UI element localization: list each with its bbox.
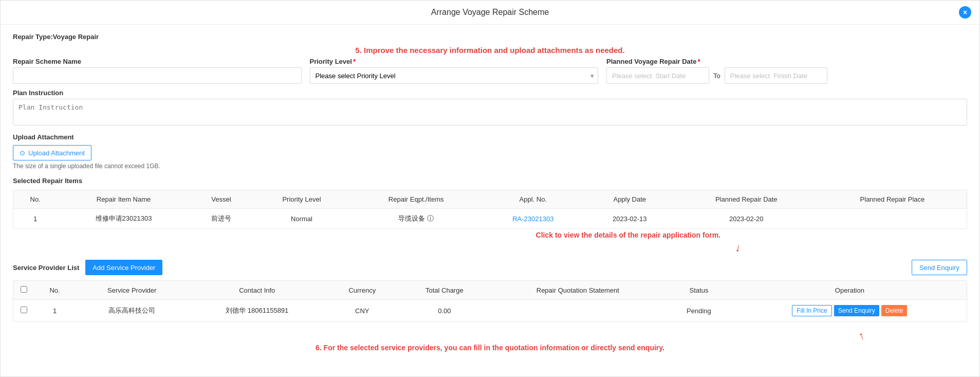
repair-scheme-name-input[interactable] — [13, 67, 302, 84]
form-row-1: Repair Scheme Name Priority Level* Pleas… — [13, 58, 967, 84]
col-vessel: Vessel — [190, 190, 253, 209]
upload-note: The size of a single uploaded file canno… — [13, 163, 967, 170]
planned-date-group: Planned Voyage Repair Date* To — [606, 58, 967, 84]
fill-in-price-button[interactable]: Fill In Price — [792, 305, 831, 316]
cell-no: 1 — [13, 209, 57, 229]
sp-col-contact-info: Contact Info — [188, 281, 326, 300]
upload-attachment-button[interactable]: ⊙ Upload Attachment — [13, 145, 91, 160]
sp-col-currency: Currency — [326, 281, 398, 300]
sp-cell-contact-info: 刘德华 18061155891 — [188, 300, 326, 322]
sp-cell-checkbox[interactable] — [13, 300, 34, 322]
date-range-group: To — [606, 67, 967, 84]
plan-instruction-label: Plan Instruction — [13, 89, 967, 97]
upload-icon: ⊙ — [20, 149, 25, 157]
sp-col-operation: Operation — [733, 281, 967, 300]
sp-cell-no: 1 — [34, 300, 76, 322]
repair-scheme-name-label: Repair Scheme Name — [13, 58, 302, 65]
cell-planned-repair-date: 2023-02-20 — [675, 209, 818, 229]
select-all-checkbox[interactable] — [21, 286, 27, 293]
repair-type-label: Repair Type:Voyage Repair — [13, 33, 967, 41]
finish-date-input[interactable] — [725, 67, 827, 84]
sp-col-total-charge: Total Charge — [398, 281, 490, 300]
sp-cell-operation: Fill In Price Send Enquiry Delete — [733, 300, 967, 322]
table-row: 1 高乐高科技公司 刘德华 18061155891 CNY 0.00 Pendi… — [13, 300, 967, 322]
repair-items-title: Selected Repair Items — [13, 177, 967, 185]
annotation-2-arrow: ↓ — [13, 241, 967, 255]
cell-priority-level: Normal — [252, 209, 350, 229]
col-apply-date: Apply Date — [585, 190, 675, 209]
send-enquiry-button[interactable]: Send Enquiry — [912, 260, 967, 275]
service-provider-table-wrapper: No. Service Provider Contact Info Curren… — [13, 280, 967, 322]
sp-col-status: Status — [665, 281, 733, 300]
cell-planned-repair-place — [818, 209, 967, 229]
repair-scheme-name-group: Repair Scheme Name — [13, 58, 302, 84]
annotation-3-arrow: ↑ — [13, 329, 967, 343]
annotation-1: 5. Improve the necessary information and… — [13, 46, 967, 55]
appl-no-link[interactable]: RA-23021303 — [512, 215, 553, 223]
modal-title: Arrange Voyage Repair Scheme — [431, 8, 549, 17]
col-repair-eqpt: Repair Eqpt./Items — [351, 190, 482, 209]
col-planned-repair-date: Planned Repair Date — [675, 190, 818, 209]
sp-col-no: No. — [34, 281, 76, 300]
upload-button-label: Upload Attachment — [28, 149, 85, 157]
annotation-3-text: 6. For the selected service providers, y… — [13, 344, 967, 352]
cell-appl-no[interactable]: RA-23021303 — [482, 209, 585, 229]
to-label: To — [713, 72, 720, 80]
planned-date-label: Planned Voyage Repair Date* — [606, 58, 967, 65]
cell-vessel: 前进号 — [190, 209, 253, 229]
send-enquiry-small-button[interactable]: Send Enquiry — [834, 305, 879, 316]
service-provider-header: Service Provider List Add Service Provid… — [13, 260, 967, 275]
cell-repair-eqpt: 导缆设备 ⓘ — [351, 209, 482, 229]
col-repair-item-name: Repair Item Name — [57, 190, 190, 209]
plan-instruction-group: Plan Instruction — [13, 89, 967, 127]
table-row: 1 维修申请23021303 前进号 Normal 导缆设备 ⓘ RA-2302… — [13, 209, 967, 229]
upload-section-title: Upload Attachment — [13, 133, 967, 141]
priority-level-group: Priority Level* Please select Priority L… — [310, 58, 599, 84]
modal-header: Arrange Voyage Repair Scheme × — [1, 1, 979, 25]
add-service-provider-button[interactable]: Add Service Provider — [85, 260, 162, 275]
col-appl-no: Appl. No. — [482, 190, 585, 209]
col-planned-repair-place: Planned Repair Place — [818, 190, 967, 209]
sp-cell-service-provider: 高乐高科技公司 — [76, 300, 188, 322]
priority-level-select[interactable]: Please select Priority Level — [310, 67, 599, 84]
sp-col-service-provider: Service Provider — [76, 281, 188, 300]
close-button[interactable]: × — [959, 6, 971, 19]
delete-button[interactable]: Delete — [881, 305, 908, 316]
operation-buttons: Fill In Price Send Enquiry Delete — [739, 305, 960, 316]
priority-level-label: Priority Level* — [310, 58, 599, 65]
col-priority-level: Priority Level — [252, 190, 350, 209]
sp-cell-total-charge: 0.00 — [398, 300, 490, 322]
modal-body: Repair Type:Voyage Repair 5. Improve the… — [1, 25, 979, 360]
repair-items-table: No. Repair Item Name Vessel Priority Lev… — [13, 190, 967, 228]
plan-instruction-textarea[interactable] — [13, 99, 967, 125]
col-checkbox — [13, 281, 34, 300]
cell-repair-item-name: 维修申请23021303 — [57, 209, 190, 229]
service-provider-list-label: Service Provider List — [13, 264, 79, 272]
repair-items-table-wrapper: No. Repair Item Name Vessel Priority Lev… — [13, 190, 967, 229]
start-date-input[interactable] — [606, 67, 709, 84]
priority-level-select-wrapper: Please select Priority Level (function()… — [310, 67, 599, 84]
col-no: No. — [13, 190, 57, 209]
upload-section: Upload Attachment ⊙ Upload Attachment Th… — [13, 133, 967, 170]
service-header-left: Service Provider List Add Service Provid… — [13, 260, 162, 275]
annotation-2-text: Click to view the details of the repair … — [13, 231, 967, 239]
cell-apply-date: 2023-02-13 — [585, 209, 675, 229]
service-provider-table: No. Service Provider Contact Info Curren… — [13, 281, 967, 321]
sp-cell-repair-quotation — [490, 300, 665, 322]
row-checkbox[interactable] — [21, 307, 27, 313]
sp-cell-currency: CNY — [326, 300, 398, 322]
modal-container: Arrange Voyage Repair Scheme × Repair Ty… — [0, 0, 980, 377]
sp-cell-status: Pending — [665, 300, 733, 322]
sp-col-repair-quotation: Repair Quotation Statement — [490, 281, 665, 300]
